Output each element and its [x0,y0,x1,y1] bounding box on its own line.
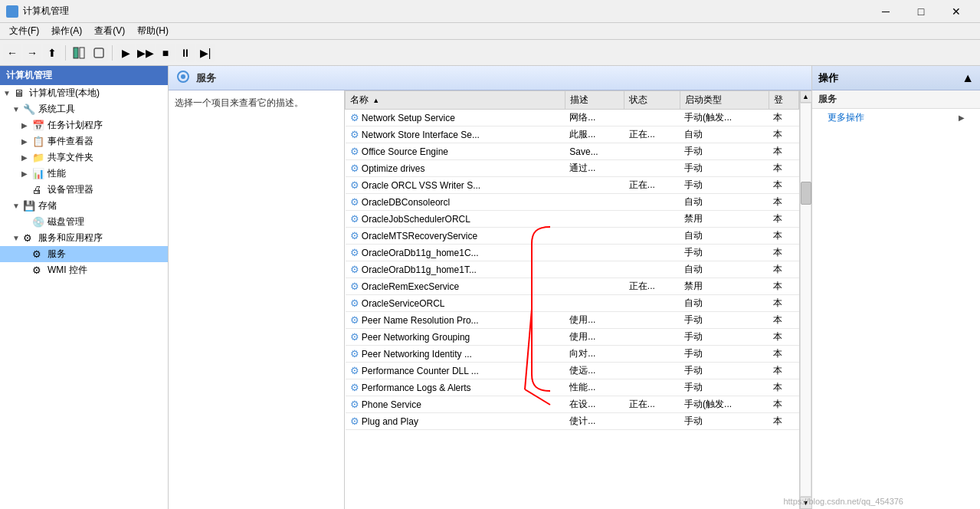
toolbar-play2[interactable]: ▶▶ [136,44,155,62]
toolbar-refresh[interactable] [90,44,108,62]
toggle-svcapp[interactable]: ▼ [12,234,23,242]
svg-rect-2 [94,48,103,57]
toolbar-step[interactable]: ▶| [196,44,215,62]
table-row[interactable]: ⚙ Network Store Interface Se...此服...正在..… [346,126,799,143]
table-row[interactable]: ⚙ Optimize drives通过...手动本 [346,160,799,177]
service-name-cell: ⚙ OracleOraDb11g_home1C... [346,245,565,261]
table-row[interactable]: ⚙ OracleMTSRecoveryService自动本 [346,228,799,245]
sidebar-item-storage[interactable]: ▼ 💾 存储 [0,198,168,214]
service-startup-cell: 手动 [680,143,769,160]
table-row[interactable]: ⚙ OracleJobSchedulerORCL禁用本 [346,211,799,228]
actions-more-btn[interactable]: 更多操作 ▶ [812,109,980,126]
scroll-track[interactable] [800,103,811,497]
table-row[interactable]: ⚙ Oracle ORCL VSS Writer S...正在...手动本 [346,177,799,194]
service-startup-cell: 手动 [680,329,769,346]
sidebar-label-perf: 性能 [48,167,66,180]
scroll-thumb[interactable] [801,182,811,205]
sidebar-item-scheduler[interactable]: ▶ 📅 任务计划程序 [0,117,168,133]
toggle-storage[interactable]: ▼ [12,202,23,210]
sidebar-item-diskmgr[interactable]: 💿 磁盘管理 [0,214,168,230]
table-row[interactable]: ⚙ OracleServiceORCL自动本 [346,295,799,312]
table-row[interactable]: ⚙ OracleOraDb11g_home1C...手动本 [346,245,799,261]
toolbar-forward[interactable]: → [23,44,41,62]
sidebar-item-services[interactable]: ⚙ 服务 [0,246,168,262]
window-title: 计算机管理 [23,5,69,18]
services-panel: 服务 选择一个项目来查看它的描述。 名称 ▲ 描述 状态 启动类型 [169,66,811,509]
app-icon [6,5,18,18]
menu-view[interactable]: 查看(V) [88,23,131,39]
menu-action[interactable]: 操作(A) [45,23,88,39]
services-header-icon [176,70,190,87]
actions-expand-icon[interactable]: ▲ [962,71,974,85]
sidebar-label-scheduler: 任务计划程序 [48,119,103,132]
scrollbar[interactable]: ▲ ▼ [799,90,811,509]
table-row[interactable]: ⚙ OracleOraDb11g_home1T...自动本 [346,261,799,278]
service-name-cell: ⚙ OracleMTSRecoveryService [346,228,565,245]
table-row[interactable]: ⚙ Phone Service在设...正在...手动(触发...本 [346,396,799,413]
services-table-pane[interactable]: 名称 ▲ 描述 状态 启动类型 登 ⚙ Network Setup Servic… [345,90,799,509]
service-gear-icon: ⚙ [350,297,359,309]
service-login-cell: 本 [769,346,798,363]
services-content: 选择一个项目来查看它的描述。 名称 ▲ 描述 状态 启动类型 登 [169,90,811,509]
toolbar-back[interactable]: ← [3,44,21,62]
menu-bar: 文件(F) 操作(A) 查看(V) 帮助(H) [0,23,980,40]
toolbar-play[interactable]: ▶ [116,44,135,62]
table-row[interactable]: ⚙ Peer Networking Grouping使用...手动本 [346,329,799,346]
service-desc-cell: 使计... [565,413,624,430]
col-startup[interactable]: 启动类型 [680,91,769,110]
menu-help[interactable]: 帮助(H) [131,23,175,39]
actions-header: 操作 ▲ [812,66,980,90]
table-row[interactable]: ⚙ Peer Name Resolution Pro...使用...手动本 [346,312,799,329]
service-status-cell: 正在... [624,126,680,143]
menu-file[interactable]: 文件(F) [3,23,45,39]
title-bar: 计算机管理 ─ □ ✕ [0,0,980,23]
col-login[interactable]: 登 [769,91,798,110]
table-row[interactable]: ⚙ Performance Logs & Alerts性能...手动本 [346,379,799,396]
service-name-cell: ⚙ Phone Service [346,396,565,413]
col-status[interactable]: 状态 [624,91,680,110]
table-row[interactable]: ⚙ Performance Counter DLL ...使远...手动本 [346,363,799,379]
sidebar-item-viewer[interactable]: ▶ 📋 事件查看器 [0,133,168,149]
sidebar-item-shared[interactable]: ▶ 📁 共享文件夹 [0,149,168,166]
toolbar-pause[interactable]: ⏸ [176,44,195,62]
toolbar-stop[interactable]: ■ [156,44,175,62]
sidebar-item-perf[interactable]: ▶ 📊 性能 [0,166,168,182]
maximize-button[interactable]: □ [903,0,939,23]
table-row[interactable]: ⚙ OracleDBConsoleorcl自动本 [346,194,799,211]
service-status-cell: 正在... [624,177,680,194]
table-row[interactable]: ⚙ Peer Networking Identity ...向对...手动本 [346,346,799,363]
table-row[interactable]: ⚙ Plug and Play使计...手动本 [346,413,799,430]
sidebar-item-tools[interactable]: ▼ 🔧 系统工具 [0,101,168,117]
sidebar-item-svcapp[interactable]: ▼ ⚙ 服务和应用程序 [0,230,168,246]
sidebar-item-root[interactable]: ▼ 🖥 计算机管理(本地) [0,85,168,101]
toggle-scheduler[interactable]: ▶ [21,121,32,130]
service-gear-icon: ⚙ [350,163,359,174]
col-desc[interactable]: 描述 [565,91,624,110]
sidebar-item-wmi[interactable]: ⚙ WMI 控件 [0,262,168,278]
service-desc-cell: 向对... [565,346,624,363]
toolbar-up[interactable]: ⬆ [43,44,61,62]
service-name-cell: ⚙ Network Store Interface Se... [346,126,565,143]
toolbar-show-hide[interactable] [70,44,88,62]
toggle-perf[interactable]: ▶ [21,169,32,178]
close-button[interactable]: ✕ [939,0,974,23]
service-desc-cell: 使用... [565,312,624,329]
service-gear-icon: ⚙ [350,415,359,427]
diskmgr-icon: 💿 [32,216,44,228]
table-row[interactable]: ⚙ Network Setup Service网络...手动(触发...本 [346,110,799,126]
service-status-cell [624,194,680,211]
toggle-services [21,250,32,258]
col-name[interactable]: 名称 ▲ [346,91,565,110]
sidebar-item-devmgr[interactable]: 🖨 设备管理器 [0,182,168,198]
toggle-shared[interactable]: ▶ [21,153,32,162]
table-row[interactable]: ⚙ Office Source EngineSave...手动本 [346,143,799,160]
sidebar-label-devmgr: 设备管理器 [48,183,93,196]
service-name-cell: ⚙ Peer Networking Grouping [346,329,565,346]
service-name-cell: ⚙ Oracle ORCL VSS Writer S... [346,177,565,194]
toggle-root[interactable]: ▼ [3,89,14,97]
table-row[interactable]: ⚙ OracleRemExecService正在...禁用本 [346,278,799,295]
toggle-viewer[interactable]: ▶ [21,137,32,146]
toggle-tools[interactable]: ▼ [12,105,23,113]
minimize-button[interactable]: ─ [868,0,903,23]
scroll-up-arrow[interactable]: ▲ [800,90,812,103]
